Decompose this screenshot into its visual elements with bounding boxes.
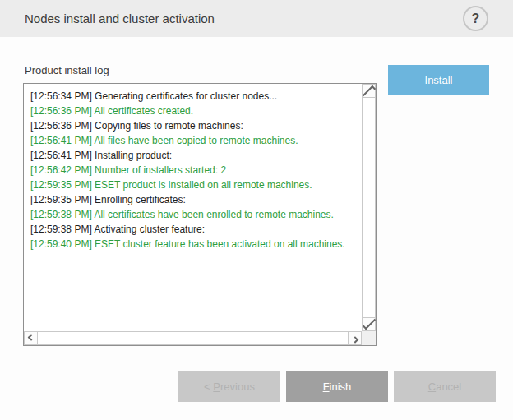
chevron-down-icon xyxy=(362,316,375,330)
log-line: [12:59:35 PM] Enrolling certificates: xyxy=(30,192,358,207)
log-label: Product install log xyxy=(25,64,109,76)
dialog-header: Nodes install and cluster activation ? xyxy=(0,0,513,37)
help-button[interactable]: ? xyxy=(463,6,488,31)
log-line: [12:59:38 PM] Activating cluster feature… xyxy=(30,222,358,237)
log-content: [12:56:34 PM] Generating certificates fo… xyxy=(24,84,362,331)
cancel-button-label: C xyxy=(428,381,436,393)
scroll-down-button[interactable] xyxy=(362,317,376,331)
question-mark-icon: ? xyxy=(472,12,480,26)
vertical-scrollbar-track[interactable] xyxy=(362,97,376,318)
log-line: [12:56:41 PM] All files have been copied… xyxy=(30,133,358,148)
finish-button-label: F xyxy=(323,381,330,393)
scroll-right-button[interactable] xyxy=(348,331,362,345)
chevron-left-icon xyxy=(27,334,34,340)
log-line: [12:56:41 PM] Installing product: xyxy=(30,148,358,163)
log-line: [12:59:35 PM] ESET product is installed … xyxy=(30,178,358,192)
log-line: [12:59:40 PM] ESET cluster feature has b… xyxy=(30,237,358,252)
vertical-scrollbar[interactable] xyxy=(362,84,376,331)
finish-button[interactable]: Finish xyxy=(286,371,388,402)
chevron-right-icon xyxy=(351,336,358,343)
previous-button: < Previous xyxy=(178,371,280,402)
wizard-dialog: Nodes install and cluster activation ? P… xyxy=(0,0,513,420)
scroll-left-button[interactable] xyxy=(24,331,38,345)
log-line: [12:56:42 PM] Number of installers start… xyxy=(30,163,358,178)
log-line: [12:56:34 PM] Generating certificates fo… xyxy=(30,89,358,104)
install-log-box: [12:56:34 PM] Generating certificates fo… xyxy=(23,83,377,346)
log-line: [12:56:36 PM] Copying files to remote ma… xyxy=(30,118,358,133)
cancel-button: Cancel xyxy=(394,371,496,402)
log-line: [12:56:36 PM] All certificates created. xyxy=(30,104,358,118)
install-button[interactable]: Install xyxy=(388,65,489,95)
scrollbar-corner xyxy=(362,331,376,345)
horizontal-scrollbar[interactable] xyxy=(24,331,362,345)
horizontal-scrollbar-track[interactable] xyxy=(37,331,349,345)
scroll-up-button[interactable] xyxy=(362,84,376,98)
previous-button-label: P xyxy=(213,381,220,393)
page-title: Nodes install and cluster activation xyxy=(25,12,215,25)
log-line: [12:59:38 PM] All certificates have been… xyxy=(30,207,358,222)
